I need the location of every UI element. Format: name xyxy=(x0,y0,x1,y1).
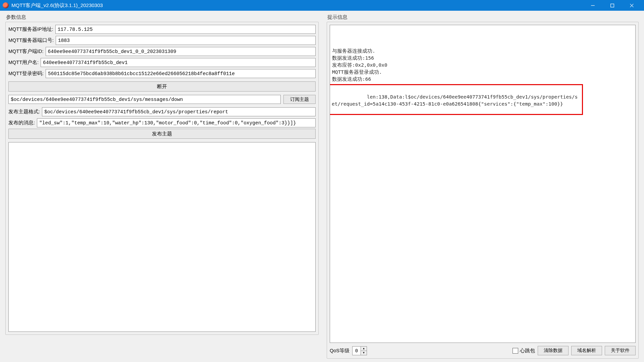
dns-button[interactable]: 域名解析 xyxy=(571,346,602,355)
window-controls xyxy=(583,0,641,11)
input-server-ip[interactable] xyxy=(55,25,316,34)
input-pwd[interactable] xyxy=(46,69,316,78)
heartbeat-label: 心跳包 xyxy=(520,348,535,354)
log-line: len:1,Data: xyxy=(332,83,633,90)
titlebar: MQTT客户端_v2.6(协议3.1.1)_20230303 xyxy=(0,0,644,11)
input-user[interactable] xyxy=(41,58,316,67)
app-icon xyxy=(3,2,9,8)
hint-bottom-bar: QoS等级 ▲ ▼ 心跳包 清除数据 域名解析 xyxy=(330,346,636,356)
log-line: 与服务器连接成功. xyxy=(332,48,633,55)
publish-format-row: 发布主题格式: xyxy=(8,107,316,116)
field-user: MQTT用户名: xyxy=(8,58,316,67)
params-panel: 参数信息 MQTT服务器IP地址: MQTT服务器端口号: MQTT客户端ID:… xyxy=(5,12,319,359)
field-server-port: MQTT服务器端口号: xyxy=(8,36,316,45)
qos-arrows: ▲ ▼ xyxy=(361,347,367,355)
label-server-port: MQTT服务器端口号: xyxy=(8,37,54,44)
maximize-button[interactable] xyxy=(602,0,622,11)
checkbox-box-icon xyxy=(513,348,518,354)
input-sub-topic[interactable] xyxy=(8,95,281,104)
log-line: 数据发送成功:66 xyxy=(332,76,633,83)
input-server-port[interactable] xyxy=(56,36,316,45)
params-groupbox: MQTT服务器IP地址: MQTT服务器端口号: MQTT客户端ID: MQTT… xyxy=(5,22,319,335)
log-line: 消息质量等级:0 xyxy=(332,97,633,104)
app-window: MQTT客户端_v2.6(协议3.1.1)_20230303 参数信息 MQTT… xyxy=(0,0,644,362)
label-pub-msg: 发布的消息: xyxy=(8,120,35,126)
disconnect-button[interactable]: 断开 xyxy=(8,81,316,92)
input-pub-fmt[interactable] xyxy=(42,107,316,116)
label-pub-fmt: 发布主题格式: xyxy=(8,109,40,115)
qos-spinner[interactable]: ▲ ▼ xyxy=(352,346,367,355)
log-line: 数据发送成功:253 xyxy=(332,104,633,111)
input-client-id[interactable] xyxy=(46,47,316,56)
label-user: MQTT用户名: xyxy=(8,59,39,66)
field-client-id: MQTT客户端ID: xyxy=(8,47,316,56)
subscribe-row: 订阅主题 xyxy=(8,95,316,104)
hint-panel: 提示信息 与服务器连接成功.数据发送成功:156发布应答:0x2,0x0,0x0… xyxy=(327,12,639,359)
qos-label: QoS等级 xyxy=(330,348,350,354)
hint-title: 提示信息 xyxy=(327,12,639,22)
left-log-area[interactable] xyxy=(8,142,316,332)
log-line: MQTT服务器登录成功. xyxy=(332,69,633,76)
subscribe-button[interactable]: 订阅主题 xyxy=(283,95,316,104)
minimize-icon xyxy=(591,3,595,8)
minimize-button[interactable] xyxy=(583,0,602,11)
hint-groupbox: 与服务器连接成功.数据发送成功:156发布应答:0x2,0x0,0x0MQTT服… xyxy=(327,22,639,359)
hint-log[interactable]: 与服务器连接成功.数据发送成功:156发布应答:0x2,0x0,0x0MQTT服… xyxy=(330,25,636,343)
label-server-ip: MQTT服务器IP地址: xyxy=(8,26,53,33)
params-title: 参数信息 xyxy=(5,12,319,22)
publish-msg-row: 发布的消息: xyxy=(8,118,316,127)
log-line: 数据发送成功:156 xyxy=(332,55,633,62)
label-client-id: MQTT客户端ID: xyxy=(8,48,44,55)
log-line: 发布应答:0x2,0x0,0x0 xyxy=(332,62,633,69)
field-server-ip: MQTT服务器IP地址: xyxy=(8,25,316,34)
close-icon xyxy=(630,3,634,8)
svg-rect-1 xyxy=(610,4,614,7)
label-pwd: MQTT登录密码: xyxy=(8,70,44,77)
maximize-icon xyxy=(610,3,614,8)
about-button[interactable]: 关于软件 xyxy=(605,346,636,355)
log-line: 主题订阅成功. xyxy=(332,90,633,97)
qos-value[interactable] xyxy=(353,347,361,355)
close-button[interactable] xyxy=(622,0,641,11)
clear-button[interactable]: 清除数据 xyxy=(538,346,569,355)
publish-button[interactable]: 发布主题 xyxy=(8,129,316,139)
qos-down[interactable]: ▼ xyxy=(361,351,367,355)
input-pub-msg[interactable] xyxy=(37,118,316,127)
window-title: MQTT客户端_v2.6(协议3.1.1)_20230303 xyxy=(11,2,583,9)
body: 参数信息 MQTT服务器IP地址: MQTT服务器端口号: MQTT客户端ID:… xyxy=(0,11,644,362)
field-pwd: MQTT登录密码: xyxy=(8,69,316,78)
heartbeat-checkbox[interactable]: 心跳包 xyxy=(513,348,535,354)
qos-up[interactable]: ▲ xyxy=(361,347,367,351)
